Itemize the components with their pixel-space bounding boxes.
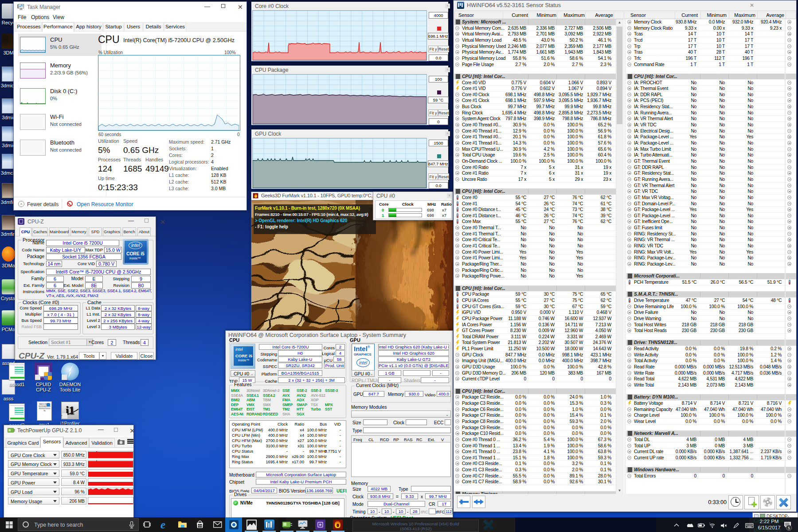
svg-text:*: *	[709, 523, 710, 525]
